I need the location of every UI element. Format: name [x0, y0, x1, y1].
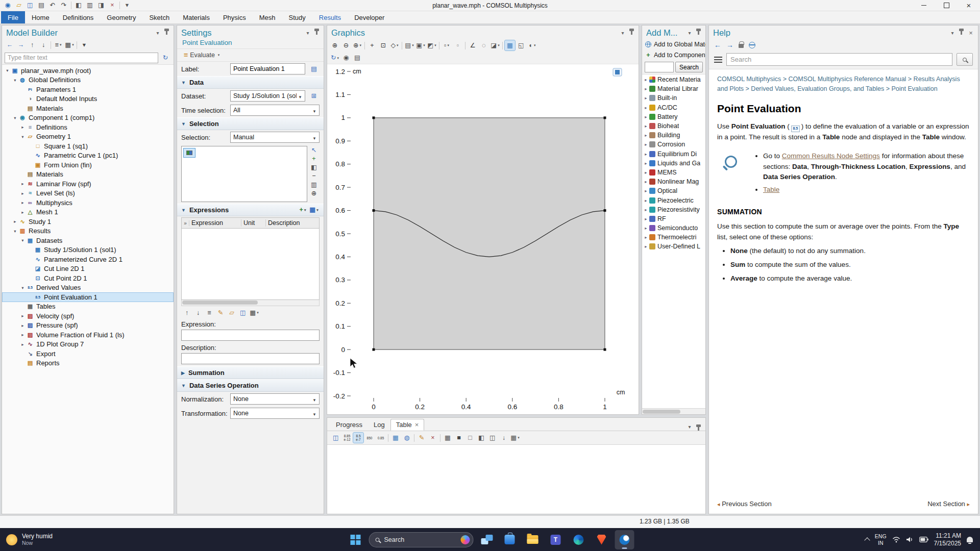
expression-input[interactable]: [181, 330, 320, 341]
selection-list[interactable]: [181, 146, 307, 202]
expand-arrow-icon[interactable]: ▸: [643, 170, 649, 175]
panel-menu-button[interactable]: [948, 29, 957, 37]
close-icon[interactable]: [967, 29, 975, 37]
grid-active-button[interactable]: ▦: [505, 40, 515, 51]
pin-icon[interactable]: [698, 31, 699, 35]
globe-button[interactable]: ◍: [402, 433, 412, 443]
expand-arrow-icon[interactable]: ▸: [19, 323, 26, 328]
help-search-input[interactable]: [726, 53, 952, 66]
collapse-arrow-icon[interactable]: ▾: [19, 238, 26, 243]
move-down-button[interactable]: ↓: [38, 40, 48, 50]
selection-combo[interactable]: Manual: [230, 132, 320, 143]
scrollbar-thumb[interactable]: [182, 300, 258, 305]
tree-item-results[interactable]: ▾▥Results: [2, 227, 174, 236]
expand-arrow-icon[interactable]: ▸: [643, 161, 649, 166]
breadcrumb[interactable]: COMSOL Multiphysics > COMSOL Multiphysic…: [717, 74, 970, 94]
panel-menu-button[interactable]: [304, 29, 312, 37]
move-up-button[interactable]: ↑: [27, 40, 37, 50]
material-category-equilibrium-di[interactable]: ▸Equilibrium Di: [642, 149, 705, 159]
edit-button[interactable]: ✎: [215, 308, 226, 318]
tab-progress[interactable]: Progress: [330, 419, 368, 431]
overflow-menu-button[interactable]: ▾: [79, 40, 89, 50]
expand-arrow-icon[interactable]: ▸: [12, 219, 18, 224]
dataset-combo[interactable]: Study 1/Solution 1 (sol1: [230, 90, 305, 102]
section-selection[interactable]: ▼ Selection: [177, 117, 324, 130]
tree-item-study-1[interactable]: ▸∿Study 1: [2, 217, 174, 227]
tree-item-tables[interactable]: ▦Tables: [2, 302, 174, 312]
move-up-button[interactable]: ↑: [182, 308, 192, 318]
tab-table[interactable]: Table×: [390, 419, 425, 431]
transformation-combo[interactable]: None: [230, 408, 320, 419]
table-menu-button[interactable]: ▦▾: [510, 433, 520, 443]
paste-button[interactable]: ▥: [308, 181, 320, 189]
transparency-button[interactable]: ◱: [516, 40, 526, 51]
expressions-table-body[interactable]: [181, 229, 320, 300]
section-expressions[interactable]: ▼ Expressions +▾▦▾: [177, 204, 324, 216]
tree-item-form-union-fin[interactable]: ▣Form Union (fin): [2, 160, 174, 170]
delete-button[interactable]: ×: [107, 1, 117, 11]
save-button[interactable]: ◫: [25, 1, 35, 11]
filter-input[interactable]: [5, 53, 158, 63]
tab-log[interactable]: Log: [368, 419, 390, 431]
menu-tab-results[interactable]: Results: [312, 11, 348, 23]
plot-area[interactable]: 1.21.110.90.80.70.60.50.40.30.20.10-0.1-…: [327, 64, 639, 414]
help-back-button[interactable]: [714, 41, 721, 49]
tree-item-parameterized-curve-2d-1[interactable]: ∿Parameterized Curve 2D 1: [2, 255, 174, 264]
export-table-button[interactable]: ↓: [499, 433, 509, 443]
notification-bell-icon[interactable]: [967, 537, 973, 542]
taskbar-file-explorer-button[interactable]: [523, 530, 543, 549]
minimize-button[interactable]: [913, 0, 935, 11]
fmt-sci-button[interactable]: 8.5e-7: [353, 433, 363, 443]
menu-tab-physics[interactable]: Physics: [216, 11, 253, 23]
material-search-input[interactable]: [645, 62, 674, 72]
weather-widget[interactable]: Very humid Now: [0, 528, 59, 551]
next-section-link[interactable]: Next Section ▸: [927, 500, 970, 508]
wifi-icon[interactable]: [892, 536, 900, 543]
redo-button[interactable]: ↷: [59, 1, 69, 11]
tree-item-default-model-inputs[interactable]: ◑Default Model Inputs: [2, 94, 174, 104]
back-button[interactable]: ←: [5, 40, 15, 50]
tree-item-cut-line-2d-1[interactable]: ◪Cut Line 2D 1: [2, 264, 174, 274]
expand-arrow-icon[interactable]: ▸: [643, 207, 649, 212]
tree-item-component-1-comp1[interactable]: ▾◉Component 1 (comp1): [2, 113, 174, 123]
zoom-extents-button[interactable]: ⊡: [378, 40, 388, 51]
lock-icon[interactable]: [739, 44, 744, 48]
section-data-series-operation[interactable]: ▼ Data Series Operation: [177, 379, 324, 392]
expand-arrow-icon[interactable]: ▸: [643, 188, 649, 193]
horizontal-scrollbar[interactable]: [642, 408, 705, 414]
sort-menu-button[interactable]: ≡▾: [53, 40, 63, 50]
expand-arrow-icon[interactable]: ▸: [643, 123, 649, 129]
column-expression[interactable]: Expression: [189, 219, 241, 227]
taskbar-search-box[interactable]: Search: [369, 532, 474, 547]
tree-item-export[interactable]: ↘Export: [2, 349, 174, 359]
pencil-button[interactable]: ✎: [416, 433, 427, 443]
pin-icon[interactable]: [166, 31, 167, 35]
menu-tab-developer[interactable]: Developer: [348, 11, 391, 23]
activate-button[interactable]: ↖: [308, 146, 320, 155]
pin-icon[interactable]: [698, 427, 699, 431]
print-button[interactable]: ▤: [36, 1, 46, 11]
normalization-combo[interactable]: None: [230, 393, 320, 405]
forward-button[interactable]: →: [16, 40, 26, 50]
material-category-semiconducto[interactable]: ▸Semiconducto: [642, 223, 705, 233]
print-button[interactable]: ▤: [352, 53, 362, 63]
material-category-corrosion[interactable]: ▸Corrosion: [642, 140, 705, 149]
tree-item-mesh-1[interactable]: ▸△Mesh 1: [2, 208, 174, 217]
expand-arrow-icon[interactable]: ▸: [19, 210, 26, 215]
expand-arrow-icon[interactable]: ▸: [643, 244, 649, 249]
add-to-global-button[interactable]: Add to Global Mate: [642, 39, 705, 49]
material-category-bioheat[interactable]: ▸Bioheat: [642, 121, 705, 131]
zoom-in-button[interactable]: ⊕: [330, 40, 340, 51]
panel-menu-button[interactable]: [619, 29, 627, 37]
expand-arrow-icon[interactable]: ▸: [643, 142, 649, 147]
tree-item-planar-wave-mph-root[interactable]: ▾▣planar_wave.mph (root): [2, 66, 174, 76]
taskbar-brave-button[interactable]: [592, 530, 611, 549]
expand-arrow-icon[interactable]: ▸: [19, 200, 26, 205]
panel-menu-button[interactable]: [685, 29, 694, 37]
time-selection-combo[interactable]: All: [230, 105, 320, 116]
close-icon[interactable]: ×: [415, 421, 419, 428]
help-forward-button[interactable]: [726, 41, 733, 49]
taskbar-comsol-button[interactable]: [615, 530, 634, 549]
tree-item-materials[interactable]: ▤Materials: [2, 170, 174, 180]
material-category-piezoresistivity[interactable]: ▸Piezoresistivity: [642, 205, 705, 214]
